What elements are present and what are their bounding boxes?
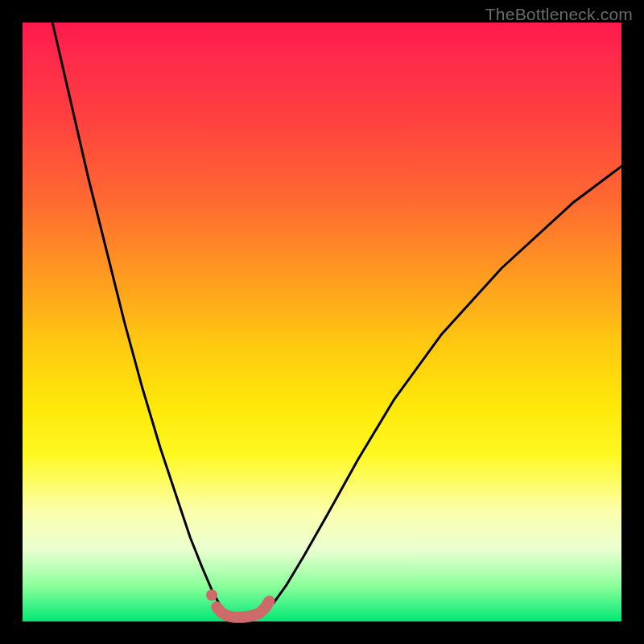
curve-svg [23, 23, 621, 621]
valley-dot [206, 589, 217, 601]
left-curve [52, 23, 225, 612]
watermark-text: TheBottleneck.com [485, 5, 633, 24]
right-curve [265, 167, 621, 613]
plot-area [23, 23, 621, 621]
chart-frame: TheBottleneck.com [0, 0, 644, 644]
valley-marker [217, 601, 269, 617]
